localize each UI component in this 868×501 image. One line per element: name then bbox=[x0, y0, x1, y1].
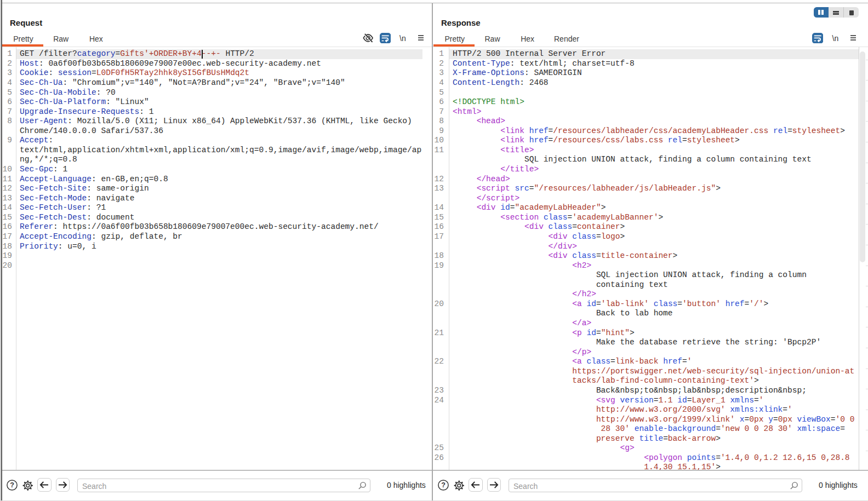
svg-text:?: ? bbox=[10, 482, 14, 490]
svg-text:?: ? bbox=[441, 482, 446, 490]
